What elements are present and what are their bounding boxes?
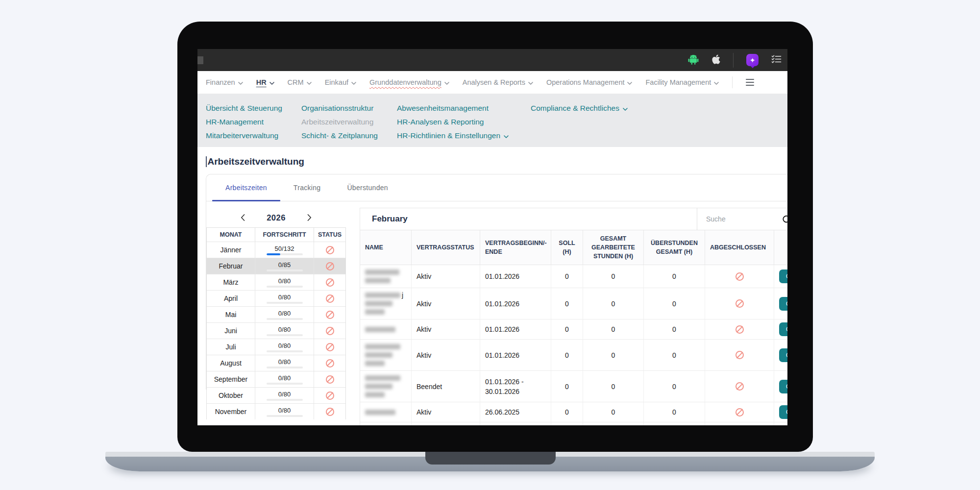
nav-item-grunddatenverwaltung[interactable]: Grunddatenverwaltung [369, 78, 449, 86]
name-blur-line [365, 384, 392, 389]
nav-item-einkauf[interactable]: Einkauf [325, 78, 356, 86]
chevron-down-icon [444, 78, 449, 86]
assistant-badge-icon[interactable]: ✦ [746, 54, 759, 66]
completed-cell [705, 340, 774, 370]
completed-cell [705, 371, 774, 402]
month-row[interactable]: Juni0/80 [207, 322, 345, 339]
month-cell: Jänner [207, 242, 255, 258]
submenu-item-organisationsstruktur[interactable]: Organisationsstruktur [301, 101, 397, 115]
blocked-icon [326, 375, 334, 384]
status-cell [314, 355, 345, 371]
month-row[interactable]: Juli0/80 [207, 339, 345, 355]
previous-year-button[interactable] [239, 212, 247, 223]
app-top-bar-icons: ✦ [687, 53, 782, 68]
progress-value: 0/80 [278, 310, 291, 317]
submenu-item-label: Mitarbeiterverwaltung [206, 129, 278, 143]
employee-row: Aktiv01.01.2026000Gene [360, 340, 787, 371]
month-row[interactable]: November0/80 [207, 403, 345, 419]
progress-bar [267, 318, 303, 320]
action-cell: Gene [774, 288, 787, 319]
name-blur-line [365, 352, 392, 358]
employee-name-redacted [360, 319, 412, 339]
status-cell [314, 291, 345, 306]
month-row[interactable]: Jänner50/132 [207, 242, 345, 258]
blocked-icon [735, 351, 744, 359]
contract-status: Aktiv [416, 325, 431, 333]
completed-cell [705, 422, 774, 425]
apple-icon[interactable] [712, 54, 720, 67]
generate-button[interactable]: Gene [779, 380, 787, 393]
month-row[interactable]: August0/80 [207, 355, 345, 371]
nav-item-facility-management[interactable]: Facility Management [645, 78, 719, 86]
progress-bar [267, 399, 303, 401]
nav-item-hr[interactable]: HR [256, 78, 274, 86]
submenu-item-label: Übersicht & Steuerung [206, 101, 282, 115]
blocked-icon [326, 262, 334, 270]
nav-item-label: Finanzen [206, 78, 235, 86]
progress-bar [267, 350, 303, 352]
generate-button[interactable]: Gene [779, 405, 787, 419]
generate-button[interactable]: Gene [779, 348, 787, 362]
next-year-button[interactable] [305, 212, 314, 223]
contract-status-cell: Aktiv [412, 319, 480, 339]
month-row[interactable]: März0/80 [207, 274, 345, 290]
nav-item-crm[interactable]: CRM [288, 78, 312, 86]
employee-name-redacted [360, 265, 412, 288]
nav-item-analysen-reports[interactable]: Analysen & Reports [463, 78, 533, 86]
generate-button[interactable]: Gene [779, 322, 787, 336]
tab-arbeitszeiten[interactable]: Arbeitszeiten [212, 174, 280, 201]
month-panel: 2026 MONAT FORTSCHRITT STATUS Jänne [206, 208, 346, 425]
submenu-item-hr-management[interactable]: HR-Management [206, 115, 301, 129]
name-blur [365, 408, 395, 416]
column-header-vertragsstatus: VERTRAGSSTATUS [412, 230, 480, 265]
action-cell: Gene [774, 265, 787, 288]
month-row[interactable]: April0/80 [207, 290, 345, 306]
month-cell: Mai [207, 307, 255, 322]
tasklist-icon[interactable] [771, 55, 782, 65]
submenu-item-label: Organisationsstruktur [301, 101, 373, 115]
employee-table: NAME VERTRAGSSTATUS VERTRAGSBEGINN/-ENDE… [360, 230, 787, 425]
contract-status-cell: Aktiv [412, 265, 480, 288]
contract-period-cell: 01.01.2026 [480, 319, 551, 339]
submenu-item--bersicht-steuerung[interactable]: Übersicht & Steuerung [206, 101, 301, 115]
contract-status: Aktiv [416, 408, 431, 416]
hamburger-menu-icon[interactable] [746, 79, 754, 86]
contract-status-cell: Aktiv [412, 402, 480, 422]
submenu-item-hr-richtlinien-einstellungen[interactable]: HR-Richtlinien & Einstellungen [397, 129, 531, 143]
submenu-item-abwesenheitsmanagement[interactable]: Abwesenheitsmanagement [397, 101, 531, 115]
status-cell [314, 274, 345, 290]
submenu-item-hr-analysen-reporting[interactable]: HR-Analysen & Reporting [397, 115, 531, 129]
generate-button[interactable]: Gene [779, 297, 787, 311]
submenu-item-mitarbeiterverwaltung[interactable]: Mitarbeiterverwaltung [206, 129, 301, 143]
android-icon[interactable] [687, 53, 699, 67]
nav-item-finanzen[interactable]: Finanzen [206, 78, 243, 86]
overtime-hours-cell: 0 [644, 319, 705, 339]
completed-cell [705, 265, 774, 288]
generate-button[interactable]: Gene [779, 270, 787, 283]
blocked-icon [326, 246, 334, 254]
month-row[interactable]: Mai0/80 [207, 306, 345, 322]
progress-cell: 0/80 [255, 371, 314, 387]
refresh-icon[interactable] [782, 215, 787, 223]
submenu-item-compliance-rechtliches[interactable]: Compliance & Rechtliches [531, 101, 779, 115]
blocked-icon [735, 325, 744, 334]
action-cell: Gene [774, 340, 787, 370]
month-row[interactable]: Februar0/85 [207, 258, 345, 274]
action-cell: Gene [774, 422, 787, 425]
blocked-icon [735, 272, 744, 281]
tab-überstunden[interactable]: Überstunden [334, 174, 401, 201]
submenu-item-schicht-zeitplanung[interactable]: Schicht- & Zeitplanung [301, 129, 397, 143]
employee-table-header: NAME VERTRAGSSTATUS VERTRAGSBEGINN/-ENDE… [360, 230, 787, 265]
progress-cell: 0/80 [255, 339, 314, 355]
overtime-hours-cell: 0 [644, 402, 705, 422]
month-row[interactable]: Oktober0/80 [207, 387, 345, 403]
search-input[interactable] [697, 208, 771, 230]
tab-tracking[interactable]: Tracking [280, 174, 334, 201]
overtime-hours-cell: 0 [644, 422, 705, 425]
progress-cell: 50/132 [255, 242, 314, 258]
tabs-card: ArbeitszeitenTrackingÜberstunden 2026 [206, 174, 787, 390]
name-blur [365, 374, 400, 399]
submenu-column: OrganisationsstrukturArbeitszeitverwaltu… [301, 101, 397, 147]
nav-item-operations-management[interactable]: Operations Management [546, 78, 633, 86]
month-row[interactable]: September0/80 [207, 371, 345, 387]
